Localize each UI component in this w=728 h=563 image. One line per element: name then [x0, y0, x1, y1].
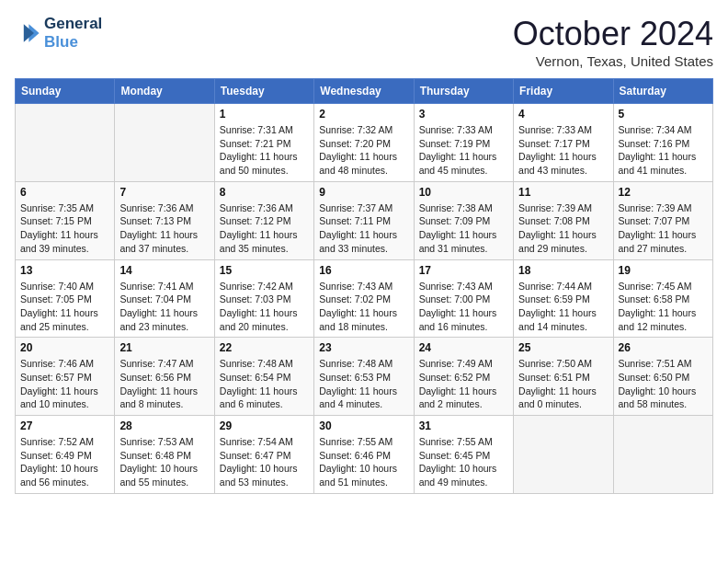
logo: General Blue	[15, 15, 102, 52]
cell-date: 27	[20, 419, 109, 432]
day-header-monday: Monday	[115, 79, 214, 104]
cell-info: Sunrise: 7:38 AMSunset: 7:09 PMDaylight:…	[419, 201, 508, 256]
cell-date: 14	[119, 264, 209, 277]
cell-date: 26	[619, 341, 708, 354]
day-header-friday: Friday	[514, 79, 613, 104]
logo-icon	[15, 20, 40, 46]
cell-date: 1	[220, 108, 309, 121]
cell-info: Sunrise: 7:53 AMSunset: 6:48 PMDaylight:…	[119, 435, 209, 489]
cell-date: 16	[319, 264, 408, 277]
logo-line1: General	[44, 15, 102, 33]
cell-date: 25	[518, 341, 608, 354]
calendar-cell: 26Sunrise: 7:51 AMSunset: 6:50 PMDayligh…	[613, 338, 712, 416]
day-header-thursday: Thursday	[414, 79, 513, 104]
cell-info: Sunrise: 7:39 AMSunset: 7:08 PMDaylight:…	[518, 201, 608, 256]
cell-date: 30	[319, 419, 408, 432]
calendar-cell: 27Sunrise: 7:52 AMSunset: 6:49 PMDayligh…	[16, 416, 115, 494]
cell-date: 28	[119, 419, 209, 432]
calendar-week-4: 20Sunrise: 7:46 AMSunset: 6:57 PMDayligh…	[16, 338, 713, 416]
calendar-cell: 19Sunrise: 7:45 AMSunset: 6:58 PMDayligh…	[613, 259, 712, 338]
calendar-cell: 25Sunrise: 7:50 AMSunset: 6:51 PMDayligh…	[514, 338, 613, 416]
cell-date: 15	[220, 264, 309, 277]
calendar-cell: 12Sunrise: 7:39 AMSunset: 7:07 PMDayligh…	[613, 181, 712, 259]
cell-date: 8	[220, 186, 309, 199]
cell-info: Sunrise: 7:48 AMSunset: 6:53 PMDaylight:…	[319, 357, 408, 411]
calendar-cell	[514, 416, 613, 494]
page-header: General Blue October 2024 Vernon, Texas,…	[15, 15, 713, 69]
day-header-wednesday: Wednesday	[314, 79, 414, 104]
cell-date: 2	[319, 108, 408, 121]
calendar-cell: 23Sunrise: 7:48 AMSunset: 6:53 PMDayligh…	[314, 338, 414, 416]
location: Vernon, Texas, United States	[513, 53, 713, 69]
calendar-week-1: 1Sunrise: 7:31 AMSunset: 7:21 PMDaylight…	[16, 104, 713, 182]
cell-info: Sunrise: 7:34 AMSunset: 7:16 PMDaylight:…	[619, 123, 708, 178]
cell-info: Sunrise: 7:37 AMSunset: 7:11 PMDaylight:…	[319, 201, 408, 256]
cell-date: 12	[619, 186, 708, 199]
cell-info: Sunrise: 7:39 AMSunset: 7:07 PMDaylight:…	[619, 201, 708, 256]
cell-date: 4	[518, 108, 608, 121]
calendar-cell: 2Sunrise: 7:32 AMSunset: 7:20 PMDaylight…	[314, 104, 414, 182]
calendar-cell: 11Sunrise: 7:39 AMSunset: 7:08 PMDayligh…	[514, 181, 613, 259]
cell-info: Sunrise: 7:49 AMSunset: 6:52 PMDaylight:…	[419, 357, 508, 411]
day-header-sunday: Sunday	[16, 79, 115, 104]
calendar-cell: 9Sunrise: 7:37 AMSunset: 7:11 PMDaylight…	[314, 181, 414, 259]
cell-date: 31	[419, 419, 508, 432]
title-block: October 2024 Vernon, Texas, United State…	[513, 15, 713, 69]
calendar-cell: 20Sunrise: 7:46 AMSunset: 6:57 PMDayligh…	[16, 338, 115, 416]
cell-info: Sunrise: 7:33 AMSunset: 7:17 PMDaylight:…	[518, 123, 608, 178]
calendar-cell: 21Sunrise: 7:47 AMSunset: 6:56 PMDayligh…	[115, 338, 214, 416]
calendar-cell	[613, 416, 712, 494]
cell-info: Sunrise: 7:36 AMSunset: 7:12 PMDaylight:…	[220, 201, 309, 256]
cell-date: 23	[319, 341, 408, 354]
day-header-saturday: Saturday	[613, 79, 712, 104]
cell-info: Sunrise: 7:35 AMSunset: 7:15 PMDaylight:…	[20, 201, 109, 256]
logo-line2: Blue	[44, 33, 102, 52]
cell-info: Sunrise: 7:45 AMSunset: 6:58 PMDaylight:…	[619, 280, 708, 334]
calendar-table: SundayMondayTuesdayWednesdayThursdayFrid…	[15, 78, 713, 494]
cell-info: Sunrise: 7:52 AMSunset: 6:49 PMDaylight:…	[20, 435, 109, 489]
calendar-week-3: 13Sunrise: 7:40 AMSunset: 7:05 PMDayligh…	[16, 259, 713, 338]
calendar-cell: 22Sunrise: 7:48 AMSunset: 6:54 PMDayligh…	[214, 338, 313, 416]
cell-info: Sunrise: 7:41 AMSunset: 7:04 PMDaylight:…	[119, 280, 209, 334]
calendar-cell: 5Sunrise: 7:34 AMSunset: 7:16 PMDaylight…	[613, 104, 712, 182]
cell-info: Sunrise: 7:51 AMSunset: 6:50 PMDaylight:…	[619, 357, 708, 411]
cell-info: Sunrise: 7:55 AMSunset: 6:46 PMDaylight:…	[319, 435, 408, 489]
cell-date: 13	[20, 264, 109, 277]
calendar-cell: 8Sunrise: 7:36 AMSunset: 7:12 PMDaylight…	[214, 181, 313, 259]
calendar-cell: 28Sunrise: 7:53 AMSunset: 6:48 PMDayligh…	[115, 416, 214, 494]
day-header-tuesday: Tuesday	[214, 79, 313, 104]
calendar-cell: 1Sunrise: 7:31 AMSunset: 7:21 PMDaylight…	[214, 104, 313, 182]
cell-info: Sunrise: 7:54 AMSunset: 6:47 PMDaylight:…	[220, 435, 309, 489]
calendar-cell: 31Sunrise: 7:55 AMSunset: 6:45 PMDayligh…	[414, 416, 513, 494]
cell-date: 19	[619, 264, 708, 277]
cell-date: 5	[619, 108, 708, 121]
cell-date: 9	[319, 186, 408, 199]
cell-date: 24	[419, 341, 508, 354]
cell-info: Sunrise: 7:50 AMSunset: 6:51 PMDaylight:…	[518, 357, 608, 411]
calendar-cell: 24Sunrise: 7:49 AMSunset: 6:52 PMDayligh…	[414, 338, 513, 416]
header-row: SundayMondayTuesdayWednesdayThursdayFrid…	[16, 79, 713, 104]
cell-date: 21	[119, 341, 209, 354]
cell-info: Sunrise: 7:55 AMSunset: 6:45 PMDaylight:…	[419, 435, 508, 489]
month-title: October 2024	[513, 15, 713, 53]
calendar-week-5: 27Sunrise: 7:52 AMSunset: 6:49 PMDayligh…	[16, 416, 713, 494]
calendar-cell: 17Sunrise: 7:43 AMSunset: 7:00 PMDayligh…	[414, 259, 513, 338]
cell-date: 17	[419, 264, 508, 277]
calendar-cell: 15Sunrise: 7:42 AMSunset: 7:03 PMDayligh…	[214, 259, 313, 338]
calendar-cell: 29Sunrise: 7:54 AMSunset: 6:47 PMDayligh…	[214, 416, 313, 494]
cell-date: 3	[419, 108, 508, 121]
calendar-cell: 6Sunrise: 7:35 AMSunset: 7:15 PMDaylight…	[16, 181, 115, 259]
calendar-cell: 18Sunrise: 7:44 AMSunset: 6:59 PMDayligh…	[514, 259, 613, 338]
cell-info: Sunrise: 7:46 AMSunset: 6:57 PMDaylight:…	[20, 357, 109, 411]
calendar-cell	[16, 104, 115, 182]
calendar-cell: 16Sunrise: 7:43 AMSunset: 7:02 PMDayligh…	[314, 259, 414, 338]
calendar-cell: 7Sunrise: 7:36 AMSunset: 7:13 PMDaylight…	[115, 181, 214, 259]
calendar-week-2: 6Sunrise: 7:35 AMSunset: 7:15 PMDaylight…	[16, 181, 713, 259]
cell-date: 22	[220, 341, 309, 354]
cell-info: Sunrise: 7:33 AMSunset: 7:19 PMDaylight:…	[419, 123, 508, 178]
cell-info: Sunrise: 7:32 AMSunset: 7:20 PMDaylight:…	[319, 123, 408, 178]
calendar-cell: 13Sunrise: 7:40 AMSunset: 7:05 PMDayligh…	[16, 259, 115, 338]
cell-info: Sunrise: 7:36 AMSunset: 7:13 PMDaylight:…	[119, 201, 209, 256]
calendar-cell	[115, 104, 214, 182]
calendar-cell: 3Sunrise: 7:33 AMSunset: 7:19 PMDaylight…	[414, 104, 513, 182]
